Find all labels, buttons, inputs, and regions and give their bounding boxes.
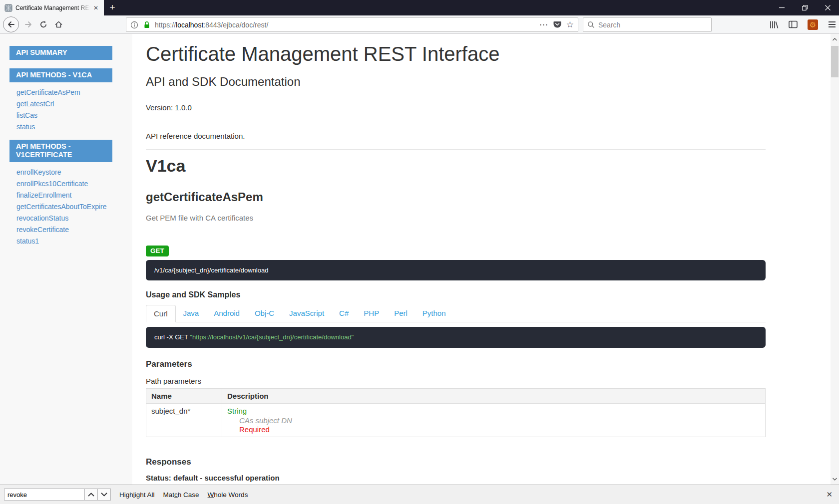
tab-close-icon[interactable]: ✕ xyxy=(91,3,100,12)
sidebar-section-api-summary[interactable]: API SUMMARY xyxy=(9,46,112,60)
close-icon xyxy=(825,5,831,10)
divider xyxy=(146,123,766,123)
page-actions-icon[interactable]: ⋯ xyxy=(539,19,548,30)
param-type: String xyxy=(227,407,760,415)
find-next-button[interactable] xyxy=(97,489,111,501)
param-description-cell: String CAs subject DN Required xyxy=(222,404,766,437)
label-accesskey: W xyxy=(208,491,214,499)
version-text: Version: 1.0.0 xyxy=(146,103,766,112)
vertical-scrollbar[interactable] xyxy=(831,34,839,485)
search-icon xyxy=(587,21,595,28)
curl-url: "https://localhost/v1/ca/{subject_dn}/ce… xyxy=(190,333,354,341)
home-button[interactable] xyxy=(51,17,66,32)
menu-icon[interactable] xyxy=(828,21,836,28)
column-header-description: Description xyxy=(222,389,766,404)
home-icon xyxy=(54,20,63,28)
endpoint-path: /v1/ca/{subject_dn}/certificate/download xyxy=(146,260,766,280)
extension-gear-icon[interactable]: ⚙ xyxy=(808,19,818,30)
tab-java[interactable]: Java xyxy=(176,305,207,322)
sidebar-links-v1ca: getCertificateAsPem getLatestCrl listCas… xyxy=(0,86,132,132)
scrollbar-thumb[interactable] xyxy=(831,46,839,77)
find-bar: Highlight All Match Case Whole Words ✕ xyxy=(0,485,839,504)
scroll-down-button[interactable] xyxy=(831,475,839,484)
search-input[interactable] xyxy=(598,21,707,29)
whole-words-toggle[interactable]: Whole Words xyxy=(208,491,248,499)
sidebar-link-listcas[interactable]: listCas xyxy=(16,111,37,119)
table-header-row: Name Description xyxy=(146,389,766,404)
http-method-badge: GET xyxy=(146,246,169,256)
back-arrow-icon xyxy=(7,20,15,28)
sidebar-link-getcertificateaspem[interactable]: getCertificateAsPem xyxy=(16,88,80,96)
highlight-all-toggle[interactable]: Highlight All xyxy=(119,491,155,499)
url-text: https://localhost:8443/ejbca/doc/rest/ xyxy=(155,21,534,29)
sidebar-link-status[interactable]: status xyxy=(16,123,35,131)
back-button[interactable] xyxy=(3,16,19,32)
find-input[interactable] xyxy=(4,489,85,501)
sidebar-link-finalizeenrollment[interactable]: finalizeEnrollment xyxy=(16,191,72,199)
table-row: subject_dn* String CAs subject DN Requir… xyxy=(146,404,766,437)
find-previous-button[interactable] xyxy=(84,489,98,501)
close-window-button[interactable] xyxy=(816,0,839,15)
parameters-title: Parameters xyxy=(146,359,766,369)
sidebar-link-enrollpkcs10certificate[interactable]: enrollPkcs10Certificate xyxy=(16,180,88,188)
sidebar-section-v1certificate[interactable]: API METHODS - V1CERTIFICATE xyxy=(9,140,112,162)
tab-python[interactable]: Python xyxy=(415,305,453,322)
list-item: revokeCertificate xyxy=(0,224,132,235)
forward-button[interactable] xyxy=(21,17,36,32)
new-tab-button[interactable]: + xyxy=(104,0,121,15)
sidebar-section-v1ca[interactable]: API METHODS - V1CA xyxy=(9,68,112,82)
sidebar-link-revocationstatus[interactable]: revocationStatus xyxy=(16,214,68,222)
param-required: Required xyxy=(227,425,760,434)
minimize-button[interactable] xyxy=(770,0,793,15)
column-header-name: Name xyxy=(146,389,222,404)
divider xyxy=(146,149,766,150)
param-name-cell: subject_dn* xyxy=(146,404,222,437)
sidebar-link-revokecertificate[interactable]: revokeCertificate xyxy=(16,226,69,234)
page-info-icon[interactable] xyxy=(130,21,138,29)
list-item: enrollKeystore xyxy=(0,166,132,178)
browser-tab[interactable]: Certificate Management REST I ✕ xyxy=(0,0,104,15)
pocket-icon[interactable] xyxy=(553,21,561,28)
url-bar[interactable]: https://localhost:8443/ejbca/doc/rest/ ⋯… xyxy=(126,17,578,32)
curl-command: curl -X GET xyxy=(154,333,188,341)
sidebar-link-getcertificatesabouttoexpire[interactable]: getCertificatesAboutToExpire xyxy=(16,203,107,211)
match-case-toggle[interactable]: Match Case xyxy=(163,491,199,499)
label-text: High xyxy=(119,491,133,499)
browser-window: Certificate Management REST I ✕ + xyxy=(0,0,839,504)
label-accesskey: c xyxy=(174,491,178,499)
label-text: Mat xyxy=(163,491,175,499)
search-box[interactable] xyxy=(583,17,712,32)
list-item: getLatestCrl xyxy=(0,98,132,109)
bookmark-star-icon[interactable]: ☆ xyxy=(566,19,574,30)
sidebar-link-getlatestcrl[interactable]: getLatestCrl xyxy=(16,100,54,108)
usage-samples-title: Usage and SDK Samples xyxy=(146,290,766,299)
toolbar-right-icons: ⚙ xyxy=(760,17,836,32)
find-close-icon[interactable]: ✕ xyxy=(826,490,833,499)
tab-javascript[interactable]: JavaScript xyxy=(282,305,332,322)
reload-button[interactable] xyxy=(36,17,51,32)
restore-button[interactable] xyxy=(793,0,816,15)
responses-title: Responses xyxy=(146,457,766,467)
tab-csharp[interactable]: C# xyxy=(332,305,356,322)
tab-objc[interactable]: Obj-C xyxy=(247,305,282,322)
restore-icon xyxy=(802,5,808,10)
sidebar-link-enrollkeystore[interactable]: enrollKeystore xyxy=(16,168,61,176)
tab-curl[interactable]: Curl xyxy=(146,305,176,322)
tab-php[interactable]: PHP xyxy=(356,305,387,322)
tab-android[interactable]: Android xyxy=(206,305,247,322)
list-item: status1 xyxy=(0,235,132,247)
list-item: getCertificateAsPem xyxy=(0,86,132,98)
tab-title: Certificate Management REST I xyxy=(15,4,90,11)
list-item: getCertificatesAboutToExpire xyxy=(0,201,132,212)
scroll-up-button[interactable] xyxy=(831,35,839,44)
sidebar-link-status1[interactable]: status1 xyxy=(16,237,39,245)
chevron-down-icon xyxy=(101,493,107,497)
reload-icon xyxy=(39,20,47,28)
label-text: ight All xyxy=(135,491,155,499)
https-lock-icon[interactable] xyxy=(143,21,151,29)
chevron-up-icon xyxy=(833,38,837,41)
sidebar-links-v1certificate: enrollKeystore enrollPkcs10Certificate f… xyxy=(0,166,132,247)
library-icon[interactable] xyxy=(770,20,779,29)
sidebar-toggle-icon[interactable] xyxy=(789,20,798,28)
tab-perl[interactable]: Perl xyxy=(387,305,415,322)
